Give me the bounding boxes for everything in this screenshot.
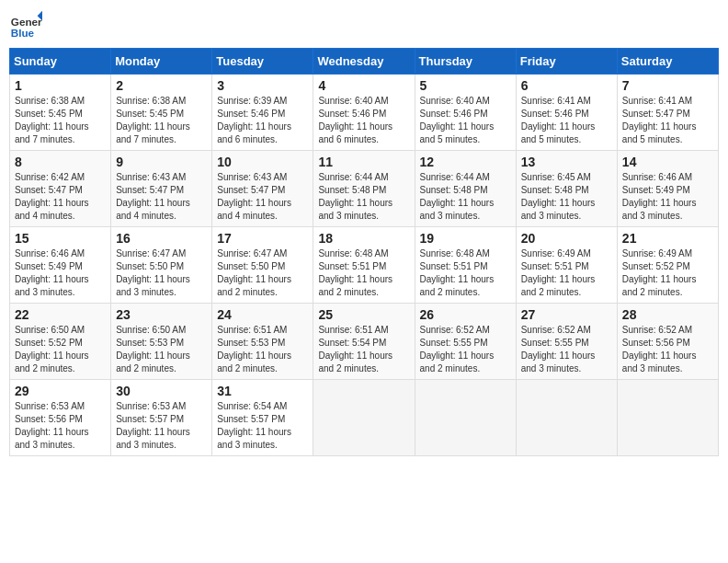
day-number: 29	[15, 384, 106, 398]
day-number: 6	[521, 78, 612, 93]
day-info: Sunrise: 6:41 AMSunset: 5:47 PMDaylight:…	[622, 95, 713, 146]
weekday-header-wednesday: Wednesday	[313, 49, 415, 75]
calendar-cell: 31 Sunrise: 6:54 AMSunset: 5:57 PMDaylig…	[212, 380, 313, 456]
calendar-cell: 10 Sunrise: 6:43 AMSunset: 5:47 PMDaylig…	[212, 151, 313, 227]
logo: General Blue	[9, 9, 42, 42]
calendar-cell: 2 Sunrise: 6:38 AMSunset: 5:45 PMDayligh…	[111, 75, 212, 151]
calendar-week-row: 8 Sunrise: 6:42 AMSunset: 5:47 PMDayligh…	[10, 151, 719, 227]
day-info: Sunrise: 6:50 AMSunset: 5:53 PMDaylight:…	[116, 324, 207, 375]
day-info: Sunrise: 6:43 AMSunset: 5:47 PMDaylight:…	[116, 171, 207, 223]
day-info: Sunrise: 6:38 AMSunset: 5:45 PMDaylight:…	[15, 95, 106, 146]
day-number: 16	[116, 231, 207, 246]
calendar-cell: 23 Sunrise: 6:50 AMSunset: 5:53 PMDaylig…	[111, 304, 212, 380]
calendar-cell: 29 Sunrise: 6:53 AMSunset: 5:56 PMDaylig…	[10, 380, 111, 456]
day-info: Sunrise: 6:46 AMSunset: 5:49 PMDaylight:…	[622, 171, 713, 223]
day-info: Sunrise: 6:49 AMSunset: 5:52 PMDaylight:…	[622, 247, 713, 299]
day-number: 9	[116, 155, 207, 169]
day-info: Sunrise: 6:53 AMSunset: 5:57 PMDaylight:…	[116, 400, 207, 452]
calendar-cell: 18 Sunrise: 6:48 AMSunset: 5:51 PMDaylig…	[313, 227, 415, 304]
day-number: 3	[217, 78, 308, 93]
calendar-cell: 14 Sunrise: 6:46 AMSunset: 5:49 PMDaylig…	[617, 151, 718, 227]
weekday-header-monday: Monday	[111, 49, 212, 75]
day-number: 15	[15, 231, 106, 246]
calendar-cell	[617, 380, 718, 456]
calendar-cell: 12 Sunrise: 6:44 AMSunset: 5:48 PMDaylig…	[415, 151, 516, 227]
calendar-cell: 21 Sunrise: 6:49 AMSunset: 5:52 PMDaylig…	[617, 227, 718, 304]
day-info: Sunrise: 6:42 AMSunset: 5:47 PMDaylight:…	[15, 171, 106, 223]
calendar-week-row: 22 Sunrise: 6:50 AMSunset: 5:52 PMDaylig…	[10, 304, 719, 380]
day-number: 10	[217, 155, 308, 169]
day-number: 7	[622, 78, 713, 93]
day-info: Sunrise: 6:51 AMSunset: 5:54 PMDaylight:…	[318, 324, 409, 375]
calendar-cell: 28 Sunrise: 6:52 AMSunset: 5:56 PMDaylig…	[617, 304, 718, 380]
weekday-header-tuesday: Tuesday	[212, 49, 313, 75]
calendar-cell: 13 Sunrise: 6:45 AMSunset: 5:48 PMDaylig…	[516, 151, 617, 227]
day-info: Sunrise: 6:40 AMSunset: 5:46 PMDaylight:…	[318, 95, 409, 146]
day-info: Sunrise: 6:48 AMSunset: 5:51 PMDaylight:…	[318, 247, 409, 299]
weekday-header-row: SundayMondayTuesdayWednesdayThursdayFrid…	[10, 49, 719, 75]
day-number: 8	[15, 155, 106, 169]
day-number: 21	[622, 231, 713, 246]
day-info: Sunrise: 6:39 AMSunset: 5:46 PMDaylight:…	[217, 95, 308, 146]
calendar-cell: 7 Sunrise: 6:41 AMSunset: 5:47 PMDayligh…	[617, 75, 718, 151]
weekday-header-thursday: Thursday	[415, 49, 516, 75]
day-number: 14	[622, 155, 713, 169]
day-info: Sunrise: 6:44 AMSunset: 5:48 PMDaylight:…	[318, 171, 409, 223]
day-info: Sunrise: 6:48 AMSunset: 5:51 PMDaylight:…	[420, 247, 511, 299]
calendar-cell: 6 Sunrise: 6:41 AMSunset: 5:46 PMDayligh…	[516, 75, 617, 151]
calendar-cell: 30 Sunrise: 6:53 AMSunset: 5:57 PMDaylig…	[111, 380, 212, 456]
svg-text:Blue: Blue	[11, 27, 35, 39]
day-info: Sunrise: 6:47 AMSunset: 5:50 PMDaylight:…	[217, 247, 308, 299]
day-info: Sunrise: 6:40 AMSunset: 5:46 PMDaylight:…	[420, 95, 511, 146]
calendar-cell: 8 Sunrise: 6:42 AMSunset: 5:47 PMDayligh…	[10, 151, 111, 227]
calendar-table: SundayMondayTuesdayWednesdayThursdayFrid…	[9, 48, 719, 456]
calendar-cell: 25 Sunrise: 6:51 AMSunset: 5:54 PMDaylig…	[313, 304, 415, 380]
calendar-cell: 20 Sunrise: 6:49 AMSunset: 5:51 PMDaylig…	[516, 227, 617, 304]
calendar-cell	[313, 380, 415, 456]
day-number: 28	[622, 307, 713, 322]
day-number: 5	[420, 78, 511, 93]
calendar-week-row: 15 Sunrise: 6:46 AMSunset: 5:49 PMDaylig…	[10, 227, 719, 304]
day-number: 11	[318, 155, 409, 169]
calendar-cell: 4 Sunrise: 6:40 AMSunset: 5:46 PMDayligh…	[313, 75, 415, 151]
day-number: 1	[15, 78, 106, 93]
day-number: 22	[15, 307, 106, 322]
calendar-cell: 22 Sunrise: 6:50 AMSunset: 5:52 PMDaylig…	[10, 304, 111, 380]
weekday-header-sunday: Sunday	[10, 49, 111, 75]
calendar-cell: 3 Sunrise: 6:39 AMSunset: 5:46 PMDayligh…	[212, 75, 313, 151]
day-info: Sunrise: 6:45 AMSunset: 5:48 PMDaylight:…	[521, 171, 612, 223]
day-info: Sunrise: 6:46 AMSunset: 5:49 PMDaylight:…	[15, 247, 106, 299]
day-number: 26	[420, 307, 511, 322]
calendar-week-row: 29 Sunrise: 6:53 AMSunset: 5:56 PMDaylig…	[10, 380, 719, 456]
day-info: Sunrise: 6:41 AMSunset: 5:46 PMDaylight:…	[521, 95, 612, 146]
calendar-cell: 1 Sunrise: 6:38 AMSunset: 5:45 PMDayligh…	[10, 75, 111, 151]
calendar-cell: 19 Sunrise: 6:48 AMSunset: 5:51 PMDaylig…	[415, 227, 516, 304]
day-info: Sunrise: 6:51 AMSunset: 5:53 PMDaylight:…	[217, 324, 308, 375]
calendar-cell	[415, 380, 516, 456]
calendar-cell	[516, 380, 617, 456]
day-number: 12	[420, 155, 511, 169]
day-number: 25	[318, 307, 409, 322]
day-number: 20	[521, 231, 612, 246]
day-info: Sunrise: 6:44 AMSunset: 5:48 PMDaylight:…	[420, 171, 511, 223]
day-number: 18	[318, 231, 409, 246]
day-info: Sunrise: 6:50 AMSunset: 5:52 PMDaylight:…	[15, 324, 106, 375]
calendar-cell: 26 Sunrise: 6:52 AMSunset: 5:55 PMDaylig…	[415, 304, 516, 380]
day-info: Sunrise: 6:43 AMSunset: 5:47 PMDaylight:…	[217, 171, 308, 223]
calendar-cell: 5 Sunrise: 6:40 AMSunset: 5:46 PMDayligh…	[415, 75, 516, 151]
day-info: Sunrise: 6:49 AMSunset: 5:51 PMDaylight:…	[521, 247, 612, 299]
day-info: Sunrise: 6:52 AMSunset: 5:55 PMDaylight:…	[521, 324, 612, 375]
day-number: 24	[217, 307, 308, 322]
day-number: 23	[116, 307, 207, 322]
calendar-cell: 15 Sunrise: 6:46 AMSunset: 5:49 PMDaylig…	[10, 227, 111, 304]
calendar-cell: 9 Sunrise: 6:43 AMSunset: 5:47 PMDayligh…	[111, 151, 212, 227]
day-number: 13	[521, 155, 612, 169]
day-number: 27	[521, 307, 612, 322]
calendar-cell: 17 Sunrise: 6:47 AMSunset: 5:50 PMDaylig…	[212, 227, 313, 304]
day-info: Sunrise: 6:54 AMSunset: 5:57 PMDaylight:…	[217, 400, 308, 452]
page-header: General Blue	[9, 9, 719, 42]
day-info: Sunrise: 6:47 AMSunset: 5:50 PMDaylight:…	[116, 247, 207, 299]
day-info: Sunrise: 6:38 AMSunset: 5:45 PMDaylight:…	[116, 95, 207, 146]
day-number: 4	[318, 78, 409, 93]
day-info: Sunrise: 6:52 AMSunset: 5:56 PMDaylight:…	[622, 324, 713, 375]
